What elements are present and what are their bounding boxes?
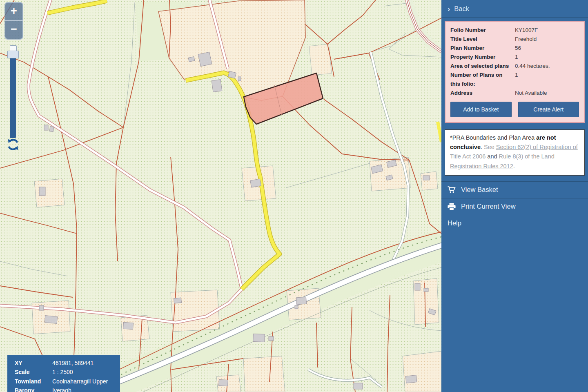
refresh-button[interactable] [7,138,20,151]
folio-value: KY1007F [515,26,579,35]
folio-value: 1 [515,53,579,62]
printer-icon [448,203,456,210]
menu-label: Help [448,219,461,227]
sidebar: › Back Folio Number KY1007F Title Level … [441,0,588,392]
folio-row: Area of selected plans 0.44 hectares. [450,62,579,71]
folio-label: Title Level [450,35,512,44]
disclaimer-panel: *PRA Boundaries and Plan Area are not co… [445,129,585,176]
menu-label: Print Current View [461,203,516,210]
disclaimer-and: and [486,153,499,160]
info-label: Barony [15,386,52,392]
folio-row: Folio Number KY1007F [450,26,579,35]
zoom-out-button[interactable]: − [4,21,23,40]
print-current-view-button[interactable]: Print Current View [441,198,588,215]
disclaimer-see: See [482,144,496,150]
view-basket-button[interactable]: View Basket [441,181,588,198]
cart-icon [448,186,456,193]
folio-row: Plan Number 56 [450,44,579,53]
refresh-icon [7,138,20,151]
help-button[interactable]: Help [441,215,588,232]
info-label: Scale [15,368,52,376]
folio-value: 56 [515,44,579,53]
info-row-townland: Townland Coolnaharragill Upper [15,377,120,386]
menu-label: View Basket [461,186,498,194]
folio-value: Freehold [515,35,579,44]
disclaimer-suffix: . [513,163,515,169]
folio-details-panel: Folio Number KY1007F Title Level Freehol… [445,21,585,123]
info-row-xy: XY 461981, 589441 [15,359,120,368]
folio-actions: Add to Basket Create Alert [450,102,579,117]
folio-row: Property Number 1 [450,53,579,62]
add-to-basket-button[interactable]: Add to Basket [450,102,512,117]
back-label: Back [454,5,469,13]
folio-row: Address Not Available [450,89,579,98]
create-alert-button[interactable]: Create Alert [518,102,579,117]
folio-value: Not Available [515,89,579,98]
folio-value: 0.44 hectares. [515,62,579,71]
folio-label: Number of Plans on this folio: [450,71,512,89]
map-canvas[interactable] [0,0,441,392]
zoom-in-button[interactable]: + [4,2,23,21]
zoom-control: + − [4,2,23,40]
map-area: + − XY 461981, 589441 Scale [0,0,441,392]
info-value: Coolnaharragill Upper [52,377,120,386]
info-label: Townland [15,377,52,386]
info-value: Iveragh [52,386,120,392]
sidebar-menu: View Basket Print Current View Help [441,181,588,232]
chevron-right-icon: › [448,5,450,13]
folio-label: Plan Number [450,44,512,53]
folio-label: Area of selected plans [450,62,512,71]
zoom-slider-track[interactable] [10,49,16,138]
folio-row: Title Level Freehold [450,35,579,44]
info-value: 1 : 2500 [52,368,120,376]
folio-label: Property Number [450,53,512,62]
info-row-barony: Barony Iveragh [15,386,120,392]
info-label: XY [15,359,52,368]
info-value: 461981, 589441 [52,359,120,368]
disclaimer-prefix: *PRA Boundaries and Plan Area [450,134,536,141]
folio-row: Number of Plans on this folio: 1 [450,71,579,89]
land-registry-map-viewer: + − XY 461981, 589441 Scale [0,0,588,392]
back-button[interactable]: › Back [441,0,588,18]
zoom-slider-handle[interactable] [7,51,19,58]
folio-label: Address [450,89,512,98]
info-row-scale: Scale 1 : 2500 [15,368,120,376]
folio-value: 1 [515,71,579,89]
folio-label: Folio Number [450,26,512,35]
map-info-panel: XY 461981, 589441 Scale 1 : 2500 Townlan… [7,355,120,392]
